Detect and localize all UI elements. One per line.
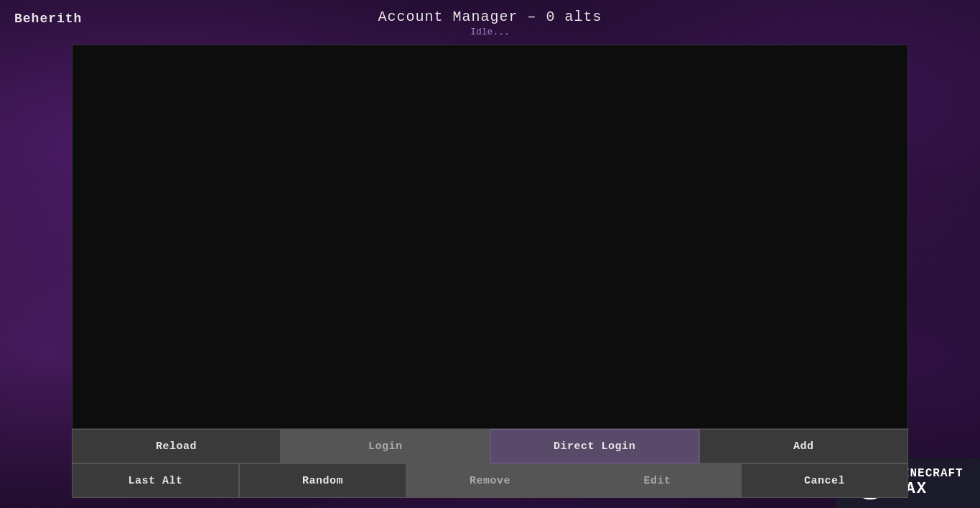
accounts-list-panel [72,45,908,429]
cancel-button[interactable]: Cancel [741,463,908,498]
window-title: Account Manager – 0 alts [0,9,980,25]
add-button[interactable]: Add [699,429,908,463]
button-row-2: Last Alt Random Remove Edit Cancel [72,463,908,498]
remove-button[interactable]: Remove [406,463,574,498]
random-button[interactable]: Random [239,463,406,498]
button-row-1: Reload Login Direct Login Add [72,429,908,463]
last-alt-button[interactable]: Last Alt [72,463,239,498]
reload-button[interactable]: Reload [72,429,281,463]
edit-button[interactable]: Edit [574,463,741,498]
direct-login-button[interactable]: Direct Login [490,429,699,463]
login-button[interactable]: Login [281,429,490,463]
status-text: Idle... [0,27,980,37]
button-area: Reload Login Direct Login Add Last Alt R… [72,429,908,498]
